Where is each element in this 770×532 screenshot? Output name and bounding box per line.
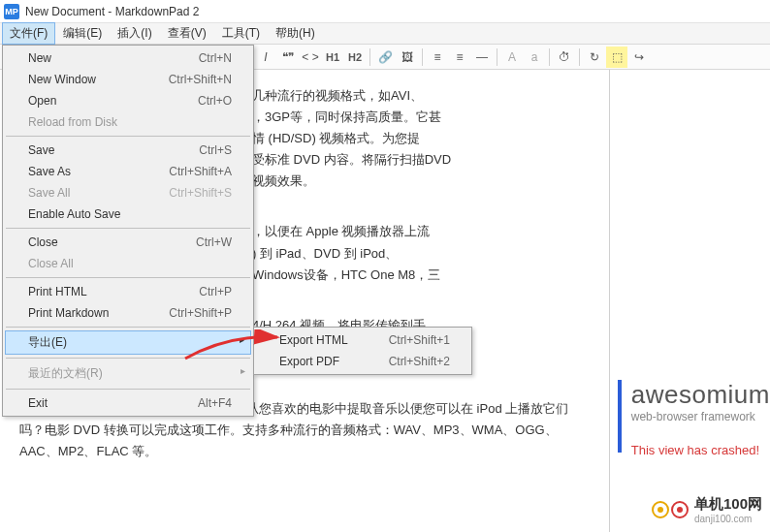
awesomium-block: awesomium web-browser framework This vie… <box>618 380 770 457</box>
toolbar-separator <box>549 48 550 66</box>
menu-insert[interactable]: 插入(I) <box>110 22 159 45</box>
menu-recent: 最近的文档(R) <box>5 361 251 386</box>
menu-new[interactable]: NewCtrl+N <box>5 47 251 69</box>
app-icon: MP <box>4 4 19 19</box>
document-text: 几种流行的视频格式，如AVI、 ，3GP等，同时保持高质量。它甚 情 (HD/S… <box>252 85 590 358</box>
menu-edit[interactable]: 编辑(E) <box>55 22 110 45</box>
watermark-badge: 单机100网 danji100.com <box>652 495 762 524</box>
menu-separator <box>6 136 250 137</box>
hr-button[interactable]: — <box>471 47 493 68</box>
menu-export-pdf[interactable]: Export PDFCtrl+Shift+2 <box>256 351 469 372</box>
toolbar-separator <box>422 48 423 66</box>
toolbar-separator <box>497 48 497 66</box>
font-button[interactable]: A <box>501 47 523 68</box>
code-button[interactable]: < > <box>300 47 321 68</box>
menu-close-all: Close All <box>5 253 251 274</box>
refresh-button[interactable]: ↻ <box>584 47 605 68</box>
accent-bar <box>618 380 622 453</box>
link-button[interactable]: 🔗 <box>374 47 396 68</box>
menu-bar: 文件(F) 编辑(E) 插入(I) 查看(V) 工具(T) 帮助(H) <box>0 23 770 45</box>
menu-save-all: Save AllCtrl+Shift+S <box>5 182 251 203</box>
doc-fragment: ) 到 iPad、DVD 到 iPod、 <box>252 246 398 261</box>
title-bar: MP New Document - MarkdownPad 2 <box>0 0 770 23</box>
toolbar-separator <box>579 48 580 66</box>
menu-save[interactable]: SaveCtrl+S <box>5 140 251 161</box>
menu-separator <box>6 389 250 390</box>
h2-button[interactable]: H2 <box>344 47 366 68</box>
badge-icons <box>652 501 689 518</box>
highlight-button[interactable]: ⬚ <box>606 47 627 68</box>
menu-open[interactable]: OpenCtrl+O <box>5 90 251 111</box>
menu-reload: Reload from Disk <box>5 111 251 133</box>
menu-new-window[interactable]: New WindowCtrl+Shift+N <box>5 69 251 90</box>
export-submenu: Export HTMLCtrl+Shift+1 Export PDFCtrl+S… <box>253 327 472 375</box>
doc-fragment: 几种流行的视频格式，如AVI、 <box>252 88 423 103</box>
image-button[interactable]: 🖼 <box>397 47 418 68</box>
crash-message: This view has crashed! <box>631 443 770 457</box>
menu-file[interactable]: 文件(F) <box>2 22 55 45</box>
window-title: New Document - MarkdownPad 2 <box>25 5 199 18</box>
menu-view[interactable]: 查看(V) <box>160 22 214 45</box>
menu-separator <box>6 228 250 229</box>
badge-circle-icon <box>671 501 689 518</box>
doc-fragment: 情 (HD/SD) 视频格式。为您提 <box>252 131 420 145</box>
italic-button[interactable]: I <box>255 47 276 68</box>
menu-separator <box>6 327 250 328</box>
menu-separator <box>6 277 250 278</box>
badge-title: 单机100网 <box>694 495 762 514</box>
doc-fragment: 视频效果。 <box>252 173 315 188</box>
file-dropdown: NewCtrl+N New WindowCtrl+Shift+N OpenCtr… <box>2 45 254 417</box>
doc-fragment: Windows设备，HTC One M8，三 <box>252 267 440 282</box>
preview-pane: awesomium web-browser framework This vie… <box>610 70 770 532</box>
menu-print-markdown[interactable]: Print MarkdownCtrl+Shift+P <box>5 302 251 324</box>
menu-save-as[interactable]: Save AsCtrl+Shift+A <box>5 161 251 182</box>
toolbar-separator <box>369 48 370 66</box>
menu-export[interactable]: 导出(E) <box>5 330 251 355</box>
doc-fragment: 受标准 DVD 内容。将隔行扫描DVD <box>252 152 451 167</box>
badge-subtitle: danji100.com <box>694 514 762 524</box>
menu-close[interactable]: CloseCtrl+W <box>5 232 251 253</box>
menu-export-html[interactable]: Export HTMLCtrl+Shift+1 <box>256 329 469 351</box>
badge-circle-icon <box>652 501 669 518</box>
menu-tools[interactable]: 工具(T) <box>214 22 268 45</box>
doc-fragment: ，3GP等，同时保持高质量。它甚 <box>252 110 441 124</box>
menu-auto-save[interactable]: Enable Auto Save <box>5 203 251 225</box>
menu-exit[interactable]: ExitAlt+F4 <box>5 392 251 414</box>
h1-button[interactable]: H1 <box>322 47 343 68</box>
menu-print-html[interactable]: Print HTMLCtrl+P <box>5 281 251 302</box>
menu-help[interactable]: 帮助(H) <box>268 22 323 45</box>
fontsmall-button[interactable]: a <box>524 47 545 68</box>
awesomium-subtitle: web-browser framework <box>631 410 770 423</box>
ol-button[interactable]: ≡ <box>427 47 448 68</box>
time-button[interactable]: ⏱ <box>554 47 575 68</box>
export-icon-button[interactable]: ↪ <box>628 47 650 68</box>
quote-button[interactable]: ❝❞ <box>277 47 299 68</box>
menu-separator <box>6 358 250 359</box>
ul-button[interactable]: ≡ <box>449 47 470 68</box>
awesomium-title: awesomium <box>631 380 770 410</box>
doc-fragment: ，以便在 Apple 视频播放器上流 <box>252 224 430 238</box>
